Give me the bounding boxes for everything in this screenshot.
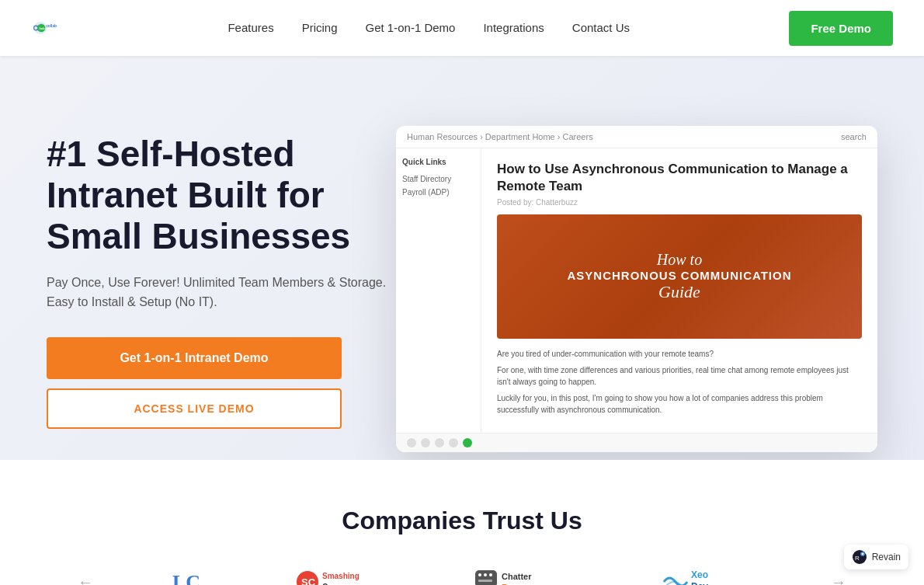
- logo-chatterbuzz: Chatter Buzz: [474, 566, 582, 585]
- hero-screenshot: Human Resources › Department Home › Care…: [396, 126, 877, 452]
- nav-contact[interactable]: Contact Us: [572, 21, 630, 34]
- hero-subtitle: Pay Once, Use Forever! Unlimited Team Me…: [47, 273, 388, 312]
- svg-point-30: [861, 553, 863, 555]
- nav-pricing[interactable]: Pricing: [302, 21, 338, 34]
- screenshot-main-content: How to Use Asynchronous Communication to…: [481, 148, 877, 433]
- control-dot-2: [421, 438, 430, 447]
- live-demo-button[interactable]: ACCESS LIVE DEMO: [47, 388, 342, 429]
- svg-rect-22: [478, 580, 492, 582]
- control-dot-4: [449, 438, 458, 447]
- svg-text:SC: SC: [301, 576, 316, 586]
- trust-section: Companies Trust Us ← LC SC Smashing Copy: [0, 460, 924, 585]
- free-demo-button[interactable]: Free Demo: [789, 11, 893, 46]
- article-title: How to Use Asynchronous Communication to…: [497, 161, 862, 195]
- nav-features[interactable]: Features: [228, 21, 273, 34]
- svg-text:Chatter: Chatter: [502, 572, 532, 581]
- screenshot-search: search: [841, 132, 867, 141]
- nav-links: Features Pricing Get 1-on-1 Demo Integra…: [228, 21, 630, 35]
- trust-logos-row: ← LC SC Smashing Copy: [47, 566, 877, 585]
- article-para-1: Are you tired of under-communication wit…: [497, 348, 862, 360]
- smashing-copy-svg: SC Smashing Copy: [295, 569, 396, 586]
- svg-text:LC: LC: [172, 571, 200, 585]
- svg-text:Smashing: Smashing: [322, 572, 360, 580]
- svg-text:Copy: Copy: [322, 583, 342, 586]
- image-text-2: ASYNCHRONOUS COMMUNICATION: [567, 269, 791, 282]
- hero-title: #1 Self-Hosted Intranet Built for Small …: [47, 134, 388, 257]
- nav-integrations[interactable]: Integrations: [483, 21, 544, 34]
- svg-text:collab: collab: [46, 24, 57, 28]
- revain-badge[interactable]: R Revain: [844, 545, 908, 569]
- svg-rect-19: [478, 573, 481, 576]
- trust-title: Companies Trust Us: [47, 507, 877, 535]
- svg-text:hub: hub: [39, 26, 45, 30]
- navigation: hub collab Features Pricing Get 1-on-1 D…: [0, 0, 924, 56]
- hero-section: #1 Self-Hosted Intranet Built for Small …: [0, 56, 924, 460]
- sidebar-section-title: Quick Links: [402, 158, 474, 166]
- revain-icon: R: [852, 549, 867, 565]
- control-dot-active: [463, 438, 472, 447]
- screenshot-sidebar: Quick Links Staff Directory Payroll (ADP…: [396, 148, 481, 433]
- article-para-3: Luckily for you, in this post, I'm going…: [497, 392, 862, 416]
- sidebar-item-2: Payroll (ADP): [402, 186, 474, 199]
- article-para-2: For one, with time zone differences and …: [497, 364, 862, 388]
- demo-primary-button[interactable]: Get 1-on-1 Intranet Demo: [47, 337, 342, 379]
- logo-smashing-copy: SC Smashing Copy: [295, 569, 396, 586]
- control-dot-3: [435, 438, 444, 447]
- svg-rect-17: [475, 570, 497, 585]
- logo-lc: LC: [171, 570, 217, 585]
- logo-xeodev: Xeo Dev: [660, 566, 753, 585]
- image-text-3: Guide: [658, 282, 700, 302]
- svg-rect-20: [484, 573, 487, 576]
- screenshot-controls: [396, 433, 877, 452]
- screenshot-body: Quick Links Staff Directory Payroll (ADP…: [396, 148, 877, 433]
- lc-logo-svg: LC: [171, 570, 217, 585]
- revain-label: Revain: [872, 552, 901, 562]
- screenshot-topbar: Human Resources › Department Home › Care…: [396, 126, 877, 148]
- hero-content: #1 Self-Hosted Intranet Built for Small …: [47, 134, 388, 429]
- article-image: How to ASYNCHRONOUS COMMUNICATION Guide: [497, 214, 862, 339]
- svg-text:Dev: Dev: [691, 581, 708, 585]
- image-text-1: How to: [657, 251, 702, 269]
- article-byline: Posted by: Chatterbuzz: [497, 198, 862, 207]
- nav-demo[interactable]: Get 1-on-1 Demo: [366, 21, 456, 34]
- svg-text:R: R: [855, 555, 860, 562]
- chatterbuzz-svg: Chatter Buzz: [474, 566, 582, 585]
- logo[interactable]: hub collab: [31, 9, 68, 47]
- prev-logo-button[interactable]: ←: [78, 573, 93, 586]
- control-dot-1: [407, 438, 416, 447]
- next-logo-button[interactable]: →: [831, 573, 846, 586]
- xeodev-svg: Xeo Dev: [660, 566, 753, 585]
- svg-text:Xeo: Xeo: [691, 569, 708, 580]
- screenshot-breadcrumb: Human Resources › Department Home › Care…: [407, 132, 593, 141]
- svg-rect-21: [489, 573, 492, 576]
- sidebar-item-1: Staff Directory: [402, 172, 474, 186]
